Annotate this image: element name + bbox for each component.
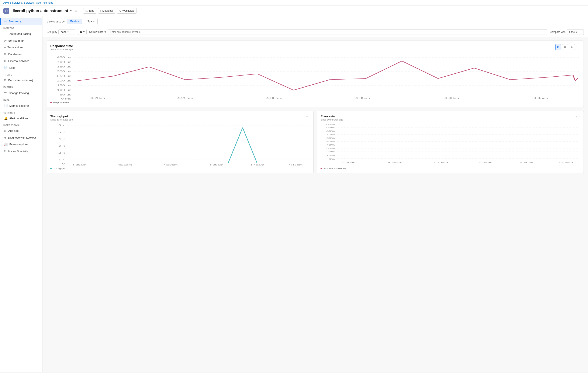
svg-text:5 k: 5 k: [58, 131, 65, 134]
svg-text:80%: 80%: [326, 130, 335, 132]
svg-text:50 μs: 50 μs: [60, 93, 72, 96]
error-rate-info-icon[interactable]: ⓘ: [337, 114, 339, 118]
error-rate-legend-dot: [321, 168, 322, 169]
app-title: diceroll-python-autoinstrument: [11, 9, 68, 13]
response-time-title: Response time: [50, 44, 73, 48]
error-rate-legend-label: Error rate for all errors: [324, 167, 346, 170]
chart-view-line-btn[interactable]: 🖼: [555, 44, 561, 50]
response-time-subtitle: Since 30 minutes ago: [50, 48, 73, 51]
sidebar-item-metrics-explorer[interactable]: 📊 Metrics explorer: [0, 102, 42, 109]
sidebar-item-alert-conditions[interactable]: 🔔 Alert conditions: [0, 115, 42, 122]
response-time-chart-card: Response time Since 30 minutes ago 🖼 ▦ %…: [47, 41, 584, 107]
breadcrumb-apm[interactable]: APM & Services: [3, 1, 22, 4]
svg-text:450 μs: 450 μs: [57, 56, 72, 59]
compare-with-group: Compare with none ▾: [550, 29, 584, 35]
settings-section-label: SETTINGS: [0, 109, 42, 115]
compare-with-chevron: ▾: [576, 31, 577, 33]
filter-button[interactable]: ⚙ ▾: [78, 29, 87, 35]
compare-with-select[interactable]: none ▾: [567, 29, 584, 35]
tab-spans[interactable]: Spans: [84, 19, 98, 24]
external-services-icon: ⊕: [4, 59, 7, 62]
sidebar-item-add-app[interactable]: ⊞ Add app: [0, 127, 42, 134]
view-charts-bar: View charts by Metrics Spans: [42, 16, 588, 27]
monitor-section-label: MONITOR: [0, 25, 42, 30]
group-by-chevron: ▾: [67, 31, 69, 33]
throughput-chart-area: 6 k 5 k 4 k 3 k 2 k 1 k 0 4:20am 4:25am: [50, 123, 310, 166]
sidebar-item-issues-activity[interactable]: ⊡ Issues & activity: [0, 148, 42, 155]
sidebar-item-label: Issues & activity: [8, 150, 28, 153]
group-by-select[interactable]: none ▾: [58, 29, 75, 35]
sidebar-item-databases[interactable]: ⊞ Databases: [0, 51, 42, 58]
error-rate-subtitle: Since 30 minutes ago: [321, 118, 343, 121]
change-tracking-icon: 〜: [4, 91, 7, 95]
sidebar-item-errors[interactable]: ✉ Errors (errors inbox): [0, 77, 42, 83]
svg-text:40%: 40%: [326, 144, 335, 146]
favorite-icon[interactable]: ☆: [74, 9, 77, 13]
response-time-header: Response time Since 30 minutes ago 🖼 ▦ %…: [50, 44, 580, 51]
narrow-data-label: Narrow data to: [89, 31, 106, 33]
error-rate-chart-area: 100% 90% 80% 70% 60% 50% 40% 30% 20% 10%…: [321, 123, 580, 166]
main-layout: ☰ Summary MONITOR ↔ Distributed tracing …: [0, 16, 588, 372]
sidebar-item-change-tracking[interactable]: 〜 Change tracking: [0, 89, 42, 96]
svg-text:0 ms: 0 ms: [61, 97, 72, 100]
sidebar-item-distributed-tracing[interactable]: ↔ Distributed tracing: [0, 30, 42, 37]
metadata-button[interactable]: ℹ Metadata: [98, 8, 115, 14]
svg-text:20%: 20%: [326, 151, 335, 153]
tab-metrics[interactable]: Metrics: [67, 19, 82, 24]
metrics-explorer-icon: 📊: [4, 104, 8, 107]
breadcrumb-services[interactable]: Services - OpenTelemetry: [24, 1, 53, 4]
sidebar-item-logs[interactable]: 📄 Logs: [0, 64, 42, 71]
svg-text:100 μs: 100 μs: [57, 89, 72, 91]
compare-with-label: Compare with: [550, 31, 566, 33]
app-header: ⬡ diceroll-python-autoinstrument ▾ ☆ 🏷 T…: [0, 6, 588, 16]
sidebar-item-label: Logs: [9, 66, 15, 69]
svg-text:100%: 100%: [324, 123, 335, 125]
sidebar-item-label: Databases: [8, 53, 21, 56]
service-map-icon: ◎: [4, 39, 7, 42]
title-dropdown-icon[interactable]: ▾: [70, 9, 72, 12]
sidebar-item-transactions[interactable]: ≡ Transactions: [0, 44, 42, 51]
narrow-data-input[interactable]: [108, 29, 547, 35]
response-time-legend: Response time: [50, 101, 580, 104]
throughput-more-btn[interactable]: ···: [306, 114, 310, 118]
throughput-title: Throughput: [50, 114, 73, 118]
svg-text:400 μs: 400 μs: [57, 61, 72, 63]
chart-view-percent-btn[interactable]: %: [569, 44, 575, 50]
response-time-more-btn[interactable]: ···: [576, 45, 580, 49]
response-time-legend-label: Response time: [53, 101, 69, 104]
sidebar-item-label: Distributed tracing: [9, 32, 31, 35]
error-rate-more-btn[interactable]: ···: [576, 114, 580, 118]
data-section-label: DATA: [0, 96, 42, 102]
svg-text:4:35am: 4:35am: [479, 161, 494, 164]
sidebar-item-events-explorer[interactable]: 📈 Events explorer: [0, 141, 42, 148]
summary-icon: ☰: [4, 20, 7, 23]
compare-with-value: none: [569, 31, 575, 33]
response-time-svg: 450 μs 400 μs 350 μs 300 μs 250 μs 200 μ…: [50, 53, 580, 100]
throughput-chart-card: Throughput Since 30 minutes ago ···: [47, 111, 314, 173]
svg-text:30%: 30%: [326, 147, 335, 149]
svg-text:4:20am: 4:20am: [90, 97, 106, 99]
sidebar: ☰ Summary MONITOR ↔ Distributed tracing …: [0, 16, 42, 372]
sidebar-item-external-services[interactable]: ⊕ External services: [0, 58, 42, 64]
sidebar-item-summary[interactable]: ☰ Summary: [0, 18, 42, 25]
workloads-button[interactable]: ⊙ Workloads: [117, 8, 136, 14]
chart-view-bar-btn[interactable]: ▦: [562, 44, 568, 50]
diagnose-lookout-icon: ◈: [4, 136, 6, 139]
group-by-label: Group by: [47, 31, 57, 33]
svg-text:0%: 0%: [329, 158, 335, 160]
breadcrumb: APM & Services / Services - OpenTelemetr…: [0, 0, 588, 6]
svg-text:4:40am: 4:40am: [444, 97, 461, 99]
svg-text:10%: 10%: [326, 154, 335, 156]
databases-icon: ⊞: [4, 52, 7, 56]
alert-conditions-icon: 🔔: [4, 116, 8, 120]
svg-text:4:35am: 4:35am: [209, 164, 223, 166]
svg-text:4:45am: 4:45am: [534, 97, 550, 99]
narrow-data-group: Narrow data to: [89, 29, 547, 35]
events-section-label: EVENTS: [0, 83, 42, 89]
svg-text:6 k: 6 k: [58, 124, 65, 126]
controls-bar: Group by none ▾ ⚙ ▾ Narrow data to Compa…: [42, 27, 588, 37]
sidebar-item-service-map[interactable]: ◎ Service map: [0, 37, 42, 44]
sidebar-item-diagnose-lookout[interactable]: ◈ Diagnose with Lookout: [0, 134, 42, 141]
error-rate-svg: 100% 90% 80% 70% 60% 50% 40% 30% 20% 10%…: [321, 123, 580, 166]
tags-button[interactable]: 🏷 Tags: [83, 8, 96, 14]
